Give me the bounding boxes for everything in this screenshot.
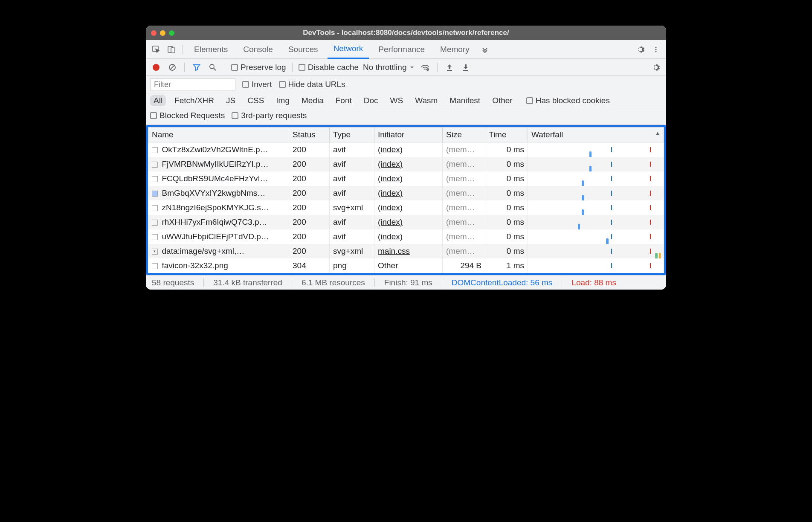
- column-type[interactable]: Type: [330, 128, 374, 142]
- disable-cache-label: Disable cache: [308, 63, 359, 72]
- has-blocked-cookies-checkbox[interactable]: Has blocked cookies: [526, 96, 610, 105]
- download-har-icon[interactable]: [460, 61, 472, 73]
- third-party-checkbox[interactable]: 3rd-party requests: [232, 111, 307, 120]
- cell-initiator[interactable]: (index): [374, 171, 443, 186]
- throttling-value: No throttling: [363, 63, 406, 72]
- cell-initiator[interactable]: (index): [374, 229, 443, 244]
- cell-type: avif: [330, 215, 374, 229]
- zoom-window-button[interactable]: [169, 30, 174, 36]
- table-row[interactable]: FjVMRBNwMyIIkUElRzYI.p…200avif(index)(me…: [148, 157, 664, 171]
- table-row[interactable]: rhXHHi7yxFm6IqiwQ7C3.p…200avif(index)(me…: [148, 215, 664, 229]
- type-filter-wasm[interactable]: Wasm: [412, 95, 441, 106]
- requests-table-wrapper: NameStatusTypeInitiatorSizeTimeWaterfall…: [146, 125, 666, 275]
- blocked-requests-checkbox[interactable]: Blocked Requests: [150, 111, 225, 120]
- more-tabs-icon[interactable]: [479, 44, 491, 55]
- cell-initiator[interactable]: (index): [374, 215, 443, 229]
- tab-elements[interactable]: Elements: [188, 40, 234, 59]
- image-file-icon: [152, 147, 158, 153]
- table-row[interactable]: zN18ngzI6ejSpoKMYKJG.s…200svg+xml(index)…: [148, 200, 664, 215]
- waterfall-cell: [528, 215, 664, 229]
- separator: [183, 45, 183, 54]
- type-filter-img[interactable]: Img: [273, 95, 293, 106]
- kebab-menu-icon[interactable]: [650, 44, 662, 55]
- cell-size: (mem…: [443, 229, 485, 244]
- window-title: DevTools - localhost:8080/docs/devtools/…: [146, 29, 666, 37]
- column-name[interactable]: Name: [148, 128, 289, 142]
- device-toolbar-icon[interactable]: [165, 44, 177, 55]
- cell-time: 0 ms: [485, 186, 528, 200]
- type-filter-css[interactable]: CSS: [244, 95, 267, 106]
- type-filter-doc[interactable]: Doc: [360, 95, 382, 106]
- table-row[interactable]: favicon-32x32.png304pngOther294 B1 ms: [148, 258, 664, 273]
- clear-icon[interactable]: [166, 61, 178, 73]
- cell-initiator[interactable]: (index): [374, 142, 443, 157]
- cell-initiator[interactable]: (index): [374, 200, 443, 215]
- column-size[interactable]: Size: [443, 128, 485, 142]
- requests-table[interactable]: NameStatusTypeInitiatorSizeTimeWaterfall…: [148, 127, 664, 273]
- separator: [184, 63, 185, 72]
- inspect-element-icon[interactable]: [150, 44, 162, 55]
- cell-initiator[interactable]: main.css: [374, 244, 443, 258]
- upload-har-icon[interactable]: [444, 61, 455, 73]
- table-row[interactable]: FCQLdbRS9UMc4eFHzYvI…200avif(index)(mem……: [148, 171, 664, 186]
- tab-sources[interactable]: Sources: [282, 40, 324, 59]
- record-button[interactable]: [150, 61, 162, 73]
- column-waterfall[interactable]: Waterfall: [528, 128, 664, 142]
- panel-settings-icon[interactable]: [650, 61, 662, 73]
- waterfall-cell: [528, 229, 664, 244]
- type-filter-font[interactable]: Font: [332, 95, 355, 106]
- filter-input[interactable]: [150, 78, 235, 90]
- filter-icon[interactable]: [191, 61, 203, 73]
- settings-icon[interactable]: [635, 44, 647, 55]
- type-filter-all[interactable]: All: [150, 95, 166, 106]
- tab-memory[interactable]: Memory: [434, 40, 476, 59]
- table-row[interactable]: BmGbqXVYxIY2kwgbNms…200avif(index)(mem…0…: [148, 186, 664, 200]
- search-icon[interactable]: [207, 61, 219, 73]
- type-filter-ws[interactable]: WS: [387, 95, 407, 106]
- invert-label: Invert: [252, 80, 272, 89]
- preserve-log-label: Preserve log: [241, 63, 286, 72]
- hide-data-urls-checkbox[interactable]: Hide data URLs: [279, 80, 345, 89]
- table-row[interactable]: OkTz8xZwi0zVh2GWltnE.p…200avif(index)(me…: [148, 142, 664, 157]
- cell-type: png: [330, 258, 374, 273]
- cell-type: svg+xml: [330, 244, 374, 258]
- cell-status: 304: [289, 258, 330, 273]
- throttling-select[interactable]: No throttling: [363, 63, 415, 72]
- svg-rect-2: [171, 48, 175, 53]
- column-time[interactable]: Time: [485, 128, 528, 142]
- column-initiator[interactable]: Initiator: [374, 128, 443, 142]
- tab-console[interactable]: Console: [237, 40, 279, 59]
- cell-time: 0 ms: [485, 244, 528, 258]
- cell-name: uWWJfuFbpiClEFjPTdVD.p…: [148, 229, 289, 244]
- waterfall-cell: [528, 258, 664, 273]
- type-filter-other[interactable]: Other: [489, 95, 516, 106]
- type-filter-media[interactable]: Media: [298, 95, 327, 106]
- column-status[interactable]: Status: [289, 128, 330, 142]
- type-filter-js[interactable]: JS: [223, 95, 239, 106]
- svg-point-4: [655, 49, 656, 50]
- tab-performance[interactable]: Performance: [372, 40, 431, 59]
- cell-initiator[interactable]: (index): [374, 157, 443, 171]
- disable-cache-checkbox[interactable]: Disable cache: [299, 63, 359, 72]
- image-file-icon: [152, 234, 158, 240]
- extra-filter-row: Blocked Requests 3rd-party requests: [146, 108, 666, 125]
- cell-size: (mem…: [443, 171, 485, 186]
- svg-rect-9: [447, 70, 452, 71]
- titlebar: DevTools - localhost:8080/docs/devtools/…: [146, 26, 666, 40]
- type-filter-fetch-xhr[interactable]: Fetch/XHR: [171, 95, 218, 106]
- cell-initiator[interactable]: (index): [374, 186, 443, 200]
- preserve-log-checkbox[interactable]: Preserve log: [231, 63, 286, 72]
- image-file-icon: [152, 205, 158, 211]
- table-row[interactable]: uWWJfuFbpiClEFjPTdVD.p…200avif(index)(me…: [148, 229, 664, 244]
- invert-checkbox[interactable]: Invert: [242, 80, 272, 89]
- close-window-button[interactable]: [151, 30, 157, 36]
- waterfall-cell: [528, 186, 664, 200]
- type-filter-row: AllFetch/XHRJSCSSImgMediaFontDocWSWasmMa…: [146, 93, 666, 108]
- cell-type: avif: [330, 142, 374, 157]
- type-filter-manifest[interactable]: Manifest: [446, 95, 484, 106]
- network-conditions-icon[interactable]: [419, 61, 431, 73]
- minimize-window-button[interactable]: [160, 30, 165, 36]
- tab-network[interactable]: Network: [328, 40, 369, 59]
- status-bar: 58 requests 31.4 kB transferred 6.1 MB r…: [146, 275, 666, 290]
- table-row[interactable]: data:image/svg+xml,…200svg+xmlmain.css(m…: [148, 244, 664, 258]
